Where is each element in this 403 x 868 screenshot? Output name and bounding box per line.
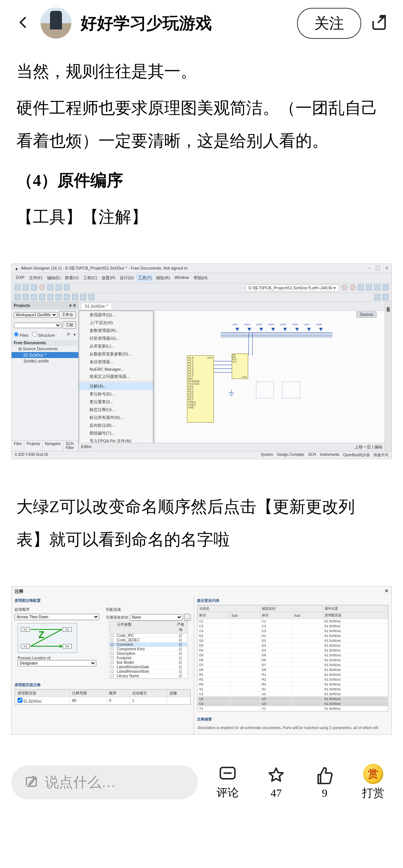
toolbar-button[interactable]	[47, 284, 53, 290]
toolbar-button[interactable]	[341, 284, 347, 290]
share-icon[interactable]	[370, 13, 388, 33]
minimize-icon[interactable]: ─	[367, 265, 371, 271]
menu-item[interactable]: 反向标注(B)...	[79, 421, 153, 429]
panel-pin-icon[interactable]: ▾ ✕	[69, 303, 76, 308]
toolbar-button[interactable]	[80, 294, 86, 300]
tree-node-selected[interactable]: 51.SchDoc *	[12, 352, 78, 358]
table-row[interactable]: U2U251.SchDoc	[197, 697, 388, 701]
back-icon[interactable]	[15, 14, 31, 32]
comment-input[interactable]: 说点什么…	[11, 765, 198, 799]
comments-button[interactable]: 评论	[209, 764, 246, 800]
menu-item[interactable]: DXP	[15, 274, 26, 281]
menu-item[interactable]: 设计(D)	[118, 274, 135, 281]
radio-structure[interactable]: Structure	[32, 332, 55, 337]
radio-files[interactable]: Files	[14, 332, 28, 337]
menu-item[interactable]: 条目管理器...	[79, 358, 153, 366]
project-button[interactable]: 工程	[63, 321, 76, 329]
param-row[interactable]: ☐Component Kind☑	[109, 647, 187, 651]
table-row[interactable]: D2D251.SchDoc	[197, 638, 388, 643]
menu-item[interactable]: 察看(V)	[63, 274, 80, 281]
menu-item[interactable]: Window	[173, 274, 191, 281]
like-button[interactable]: 9	[306, 766, 343, 799]
param-row[interactable]: ☐Library Name☑	[109, 674, 187, 678]
toolbar-button[interactable]	[15, 284, 21, 290]
toolbar-button[interactable]	[39, 284, 45, 290]
row-checkbox[interactable]	[18, 698, 22, 703]
table-row[interactable]: C3C351.SchDoc	[197, 629, 388, 634]
author-name[interactable]: 好好学习少玩游戏	[81, 12, 212, 34]
tree-node[interactable]: Free Documents	[12, 340, 78, 346]
menu-item[interactable]: 复位标号(E)...	[79, 390, 153, 398]
param-row[interactable]: ☐Code_IPC☑	[109, 634, 187, 638]
tree-node[interactable]: Schlib1.schlib	[12, 358, 78, 364]
menu-item[interactable]: 导入FPGA Pin 文件(M)	[79, 437, 153, 443]
table-row[interactable]: C1C151.SchDoc	[197, 619, 388, 624]
toolbar-button[interactable]	[23, 284, 29, 290]
table-row[interactable]: C2C251.SchDoc	[197, 624, 388, 629]
menu-item[interactable]: 封装管理器(G)...	[79, 335, 153, 342]
table-row[interactable]: R3R351.SchDoc	[197, 682, 388, 687]
menu-item[interactable]: 上/下层次(H)	[79, 319, 153, 327]
project-select[interactable]	[14, 323, 61, 328]
menu-item[interactable]: 编辑(E)	[46, 274, 62, 281]
status-link[interactable]: Instruments	[320, 452, 339, 458]
status-link[interactable]: OpenBus同步器	[343, 452, 370, 458]
toolbar-button[interactable]	[47, 294, 53, 300]
table-row[interactable]: D3D351.SchDoc	[197, 643, 388, 648]
table-row[interactable]: U3U351.SchDoc	[197, 701, 388, 706]
tree-node[interactable]: ⊟ Source Documents	[12, 346, 78, 352]
panel-tab[interactable]: Projects	[24, 441, 43, 451]
table-row[interactable]: D1D151.SchDoc	[197, 634, 388, 638]
collapsed-panel-right[interactable]: 剪贴板 收藏 高层次	[385, 302, 391, 451]
workspace-select[interactable]: Workspace1.DsnWrk	[14, 312, 57, 318]
project-tree[interactable]: Free Documents ⊟ Source Documents 51.Sch…	[12, 339, 78, 440]
menu-item[interactable]: 帮助(H)	[192, 274, 209, 281]
toolbar-button[interactable]	[72, 294, 78, 300]
menu-item[interactable]: 报告(R)	[154, 274, 171, 281]
menu-item[interactable]: 静态注释(U)...	[79, 406, 153, 414]
toolbar-button[interactable]	[350, 284, 356, 290]
toolbar-button[interactable]	[88, 294, 94, 300]
status-link[interactable]: System	[261, 452, 273, 458]
table-row[interactable]: R2R251.SchDoc	[197, 677, 388, 682]
toolbar-button[interactable]	[366, 284, 372, 290]
toolbar-button[interactable]	[31, 284, 37, 290]
table-row[interactable]: D7D751.SchDoc	[197, 663, 388, 668]
maximize-icon[interactable]: ☐	[375, 265, 380, 271]
panel-tab[interactable]: Navigator	[43, 441, 63, 451]
path-display[interactable]: E:\练习\PCB_Project\51.SchDoc?Left=-246;Ri…	[245, 284, 339, 292]
reward-button[interactable]: 赏 打赏	[354, 764, 392, 801]
changes-grid[interactable]: 当前的 被提及的 器件位置 标识Sub 标识Sub 原理图页面 C1C151.S…	[197, 605, 388, 712]
menu-item[interactable]: 从数据库更新参数(D)...	[79, 350, 153, 358]
status-link[interactable]: 快捷方式	[374, 452, 388, 458]
table-row[interactable]: R1R151.SchDoc	[197, 672, 388, 677]
favorite-button[interactable]: 47	[257, 766, 295, 799]
menu-item[interactable]: 放置(P)	[100, 274, 117, 281]
param-row[interactable]: ☐Ibis Model☑	[109, 660, 187, 665]
menu-item[interactable]: NoERC Manager...	[79, 366, 153, 373]
toolbar-button[interactable]	[56, 284, 62, 290]
doc-tab[interactable]: 51.SchDoc *	[81, 303, 112, 309]
toolbar-button[interactable]	[23, 294, 29, 300]
param-row[interactable]: ☐LatestRevisionNote☑	[109, 669, 187, 674]
menu-item[interactable]: 线束定义问题发现器...	[79, 373, 153, 380]
follow-button[interactable]: 关注	[297, 8, 361, 39]
table-row[interactable]: U1U151.SchDoc	[197, 692, 388, 697]
menu-item[interactable]: 注解(A)...	[79, 382, 153, 390]
param-row[interactable]: ☐Code_JEDEC☑	[109, 638, 187, 643]
menu-item[interactable]: 图纸编号(T)...	[79, 429, 153, 437]
menu-item[interactable]: 参数管理器(R)...	[79, 327, 153, 335]
schematic-pages-grid[interactable]: 原理图页面注释范围顺序启动索引后缀 51.SchDoc All 0 1	[15, 689, 191, 705]
panel-tab[interactable]: Files	[12, 441, 24, 451]
param-row[interactable]: ☐Description☑	[109, 651, 187, 656]
menu-item[interactable]: 工程(C)	[82, 274, 99, 281]
workspace-button[interactable]: 工作台	[59, 311, 76, 318]
match-select[interactable]: None	[130, 614, 182, 620]
match-options-button[interactable]: …	[184, 614, 190, 621]
toolbar-button[interactable]	[31, 294, 37, 300]
param-row[interactable]: ☐LatestRevisionDate☑	[109, 665, 187, 669]
close-icon[interactable]: ✕	[385, 265, 389, 271]
tree-toolbar-icon[interactable]: ▸	[74, 332, 76, 337]
schematic-canvas[interactable]: 发现器件(Q)...上/下层次(H)参数管理器(R)...封装管理器(G)...…	[79, 311, 385, 443]
tree-toolbar-icon[interactable]: ⟳	[67, 332, 70, 337]
